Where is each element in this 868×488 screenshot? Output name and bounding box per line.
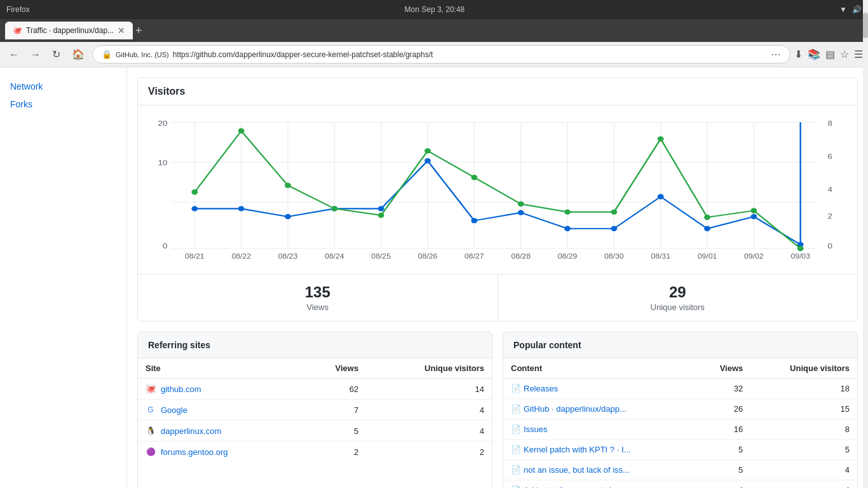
content-cell: 📄 Kernel patch with KPTI ? · I... (503, 440, 696, 460)
content-views: 26 (696, 399, 750, 419)
svg-point-31 (424, 158, 431, 163)
svg-text:10: 10 (158, 159, 168, 167)
content-page-icon: 📄 (511, 404, 521, 414)
tab-close-button[interactable]: ✕ (118, 25, 125, 36)
scrollbar[interactable] (863, 67, 868, 488)
content-link[interactable]: Kernel patch with KPTI ? · I... (524, 445, 630, 454)
visitors-section: Visitors 20 10 0 8 6 4 2 0 (137, 78, 858, 322)
content-link[interactable]: Issues (524, 424, 548, 434)
active-tab[interactable]: 🐙 Traffic · dapperlinux/dap... ✕ (5, 22, 133, 39)
security-lock-icon: 🔒 (102, 50, 112, 59)
popular-content-section: Popular content Content Views Unique vis… (503, 332, 858, 488)
content-cell: 📄 GitHub · dapperlinux/dapp... (503, 399, 696, 419)
col-unique: Unique visitors (750, 358, 857, 379)
svg-point-42 (238, 128, 245, 133)
content-cell: 📄 not an issue, but lack of iss... (503, 460, 696, 480)
wifi-icon: ▼ (839, 5, 847, 14)
security-label: GitHub, Inc. (US) (116, 51, 169, 58)
back-button[interactable]: ← (5, 46, 23, 63)
more-options-icon[interactable]: ⋯ (771, 48, 781, 60)
svg-point-51 (658, 136, 664, 141)
site-views: 2 (302, 442, 367, 463)
col-content: Content (503, 358, 696, 379)
site-link[interactable]: github.com (161, 384, 201, 394)
svg-text:8: 8 (827, 119, 832, 128)
reload-button[interactable]: ↻ (48, 46, 64, 63)
svg-point-41 (191, 189, 198, 194)
site-link[interactable]: Google (161, 405, 187, 415)
downloads-icon[interactable]: ⬇ (794, 48, 803, 60)
sidebar-item-forks[interactable]: Forks (0, 95, 126, 113)
address-bar[interactable]: 🔒 GitHub, Inc. (US) https://github.com/d… (92, 45, 790, 64)
svg-point-54 (797, 246, 804, 251)
navigation-bar: ← → ↻ 🏠 🔒 GitHub, Inc. (US) https://gith… (0, 42, 868, 67)
new-tab-button[interactable]: + (135, 24, 142, 37)
svg-point-50 (611, 209, 617, 214)
svg-point-27 (238, 206, 245, 211)
svg-text:0: 0 (163, 242, 168, 250)
sidebar-item-network[interactable]: Network (0, 78, 126, 95)
col-site: Site (138, 358, 302, 379)
tab-bar: 🐙 Traffic · dapperlinux/dap... ✕ + (0, 19, 868, 42)
content-cell: 📄 Releases (503, 379, 696, 399)
svg-text:4: 4 (827, 186, 832, 194)
views-label: Views (147, 302, 489, 312)
home-button[interactable]: 🏠 (68, 46, 88, 63)
referring-sites-title: Referring sites (138, 332, 492, 358)
site-cell: 🐧 dapperlinux.com (138, 421, 302, 442)
svg-point-37 (704, 226, 710, 231)
svg-text:09/02: 09/02 (744, 253, 764, 260)
svg-point-32 (471, 218, 477, 223)
site-unique: 4 (366, 421, 492, 442)
content-views: 4 (696, 480, 750, 489)
browser-name: Firefox (6, 5, 30, 14)
content-unique: 15 (750, 399, 857, 419)
svg-point-46 (424, 148, 431, 153)
sidebar-toggle-icon[interactable]: ▤ (825, 48, 835, 60)
svg-point-28 (285, 214, 291, 219)
svg-text:08/31: 08/31 (651, 253, 670, 260)
svg-text:09/01: 09/01 (698, 253, 717, 260)
table-row: 📄 GitHub · dapperlinux/dapp... 26 15 (503, 399, 857, 419)
svg-point-35 (611, 226, 617, 231)
svg-text:08/29: 08/29 (558, 253, 578, 260)
content-link[interactable]: Releases (524, 384, 558, 393)
table-row: 🟣 forums.gentoo.org 2 2 (138, 442, 492, 463)
svg-point-33 (518, 210, 524, 215)
svg-point-43 (285, 183, 291, 188)
address-text: https://github.com/dapperlinux/dapper-se… (173, 50, 767, 59)
svg-point-48 (518, 201, 524, 207)
content-page-icon: 📄 (511, 384, 521, 393)
svg-text:0: 0 (827, 242, 832, 250)
svg-text:08/26: 08/26 (418, 253, 438, 260)
forward-button[interactable]: → (27, 46, 44, 63)
site-link[interactable]: forums.gentoo.org (161, 447, 228, 457)
chart-area: 20 10 0 8 6 4 2 0 (138, 105, 857, 274)
svg-point-53 (750, 208, 757, 213)
svg-point-49 (564, 209, 571, 214)
browser-titlebar: Firefox Mon Sep 3, 20:48 ▼ 🔊 (0, 0, 868, 19)
content-link[interactable]: not an issue, but lack of iss... (524, 465, 630, 475)
site-icon: G (146, 405, 156, 415)
tab-title: Traffic · dapperlinux/dap... (26, 26, 114, 35)
table-row: 📄 Add retpoline support · Issu... 4 4 (503, 480, 857, 489)
svg-text:2: 2 (827, 212, 832, 220)
content-link[interactable]: GitHub · dapperlinux/dapp... (524, 404, 627, 414)
site-unique: 2 (366, 442, 492, 463)
content-unique: 5 (750, 440, 857, 460)
content-unique: 4 (750, 460, 857, 480)
menu-button[interactable]: ☰ (854, 48, 863, 60)
library-icon[interactable]: 📚 (808, 48, 820, 60)
unique-label: Unique visitors (507, 302, 849, 312)
content-views: 16 (696, 419, 750, 440)
popular-content-title: Popular content (503, 332, 857, 358)
site-icon: 🐧 (146, 426, 156, 436)
svg-text:08/30: 08/30 (604, 253, 624, 260)
clock: Mon Sep 3, 20:48 (35, 5, 834, 14)
site-icon: 🟣 (146, 447, 156, 457)
content-views: 5 (696, 460, 750, 480)
bookmark-icon[interactable]: ☆ (840, 48, 849, 60)
svg-text:08/23: 08/23 (278, 253, 298, 260)
site-link[interactable]: dapperlinux.com (161, 426, 221, 436)
content-link[interactable]: Add retpoline support · Issu... (524, 485, 631, 488)
